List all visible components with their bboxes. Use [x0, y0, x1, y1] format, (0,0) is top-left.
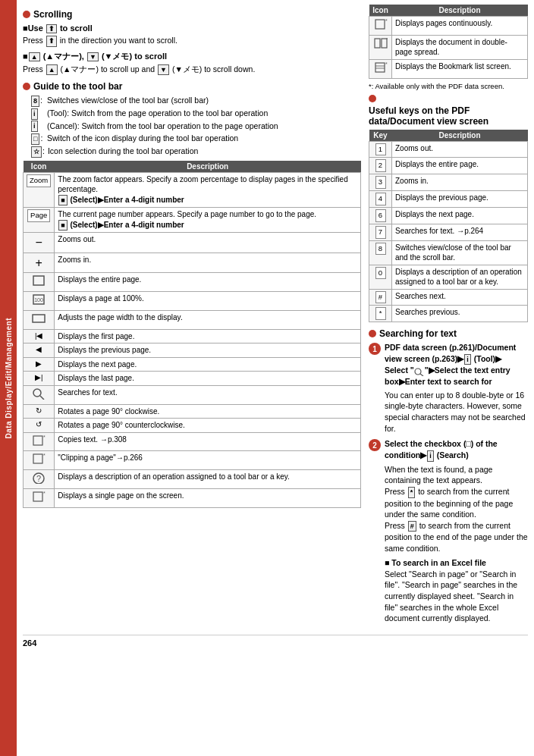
two-column-layout: Scrolling ■Use ⬆ to scroll Press ⬆ in th… [23, 5, 528, 629]
sidebar-label: Data Display/Edit/Management [5, 318, 13, 439]
table-row: * Displays a single page on the screen. [24, 489, 361, 508]
svg-text:*: * [386, 37, 388, 42]
svg-text:?: ? [36, 474, 41, 483]
key-table: Key Description 1 Zooms out. 2 Displays … [369, 130, 528, 323]
sidebar-tab: Data Display/Edit/Management [0, 0, 17, 756]
scroll-sub1-text: Press ⬆ in the direction you want to scr… [23, 35, 361, 47]
table-row: 100 Displays a page at 100%. [24, 292, 361, 311]
bullet-icon [23, 11, 30, 18]
table-row: 4 Displays the previous page. [369, 191, 528, 208]
svg-rect-6 [33, 436, 42, 445]
scroll-sub1: ■Use ⬆ to scroll [23, 24, 361, 33]
search-heading: Searching for text [369, 328, 528, 339]
step-2-number: 2 [369, 439, 381, 451]
table-row: * Displays pages continuously. [369, 17, 528, 36]
table-row: ? Displays a description of an operation… [24, 470, 361, 489]
table-row: |◀ Displays the first page. [24, 329, 361, 343]
table-row: * Displays the document in double-page s… [369, 35, 528, 59]
table-row: Zoom The zoom factor appears. Specify a … [24, 172, 361, 207]
svg-text:*: * [385, 18, 388, 24]
table-row: 2 Displays the entire page. [369, 158, 528, 174]
svg-rect-0 [33, 276, 44, 285]
step-1-title: PDF data screen (p.261)/Document view sc… [385, 342, 528, 387]
table-row: * Copies text. →p.308 [24, 432, 361, 451]
step-1: 1 PDF data screen (p.261)/Document view … [369, 342, 528, 434]
table-row: 3 Zooms in. [369, 174, 528, 191]
table-row: − Zooms out. [24, 233, 361, 253]
table-row: * Searches previous. [369, 306, 528, 322]
useful-keys-heading: Useful keys on the PDF data/Document vie… [369, 95, 528, 127]
svg-text:*: * [43, 491, 46, 496]
svg-rect-19 [375, 63, 385, 72]
bullet-icon4 [369, 330, 376, 337]
table-row: ▶| Displays the last page. [24, 372, 361, 386]
table-row: 6 Displays the next page. [369, 207, 528, 224]
step-2-title: Select the checkbox (□) of the condition… [385, 438, 528, 461]
step-1-number: 1 [369, 343, 381, 355]
table-row: * Displays the Bookmark list screen. [369, 59, 528, 78]
table-row: Searches for text. [24, 385, 361, 404]
svg-line-24 [420, 374, 423, 376]
guide-item: ☆: Icon selection during the tool bar op… [30, 146, 361, 158]
scroll-sub2: ■▲ (▲マナー), ▼ (▼メモ) to scroll [23, 51, 361, 62]
page-number-bar: 264 [23, 635, 528, 648]
svg-text:100: 100 [34, 297, 43, 303]
svg-point-23 [415, 369, 421, 375]
bullet-icon2 [23, 83, 30, 90]
bullet-icon3 [369, 95, 376, 102]
table-row: ▶ Displays the next page. [24, 357, 361, 372]
desc-col-header: Description [392, 5, 528, 17]
svg-text:*: * [385, 61, 388, 67]
svg-line-5 [40, 396, 44, 400]
step-2-sub: ■ To search in an Excel file Select "Sea… [385, 557, 528, 624]
svg-rect-3 [33, 315, 45, 322]
svg-rect-8 [33, 454, 42, 463]
footnote: *: Available only with the PDF data scre… [369, 82, 528, 90]
scroll-sub2-text: Press ▲ (▲マナー) to scroll up and ▼ (▼メモ) … [23, 64, 361, 76]
table-row: Displays the entire page. [24, 273, 361, 292]
guide-item: 8: Switches view/close of the tool bar (… [30, 95, 361, 107]
svg-text:*: * [43, 434, 46, 440]
svg-text:*: * [43, 453, 46, 458]
table-row: # Searches next. [369, 289, 528, 306]
step-1-body: You can enter up to 8 double-byte or 16 … [385, 390, 528, 434]
svg-point-4 [33, 389, 41, 397]
svg-rect-16 [375, 39, 380, 48]
table-row: * "Clipping a page"→p.266 [24, 451, 361, 470]
svg-rect-14 [375, 20, 385, 29]
icon-col-header: Icon [24, 161, 55, 173]
key-col-header: Key [369, 130, 392, 142]
table-row: ↺ Rotates a page 90° counterclockwise. [24, 419, 361, 433]
icon-table-right: Icon Description * Displays pages contin… [369, 5, 528, 79]
svg-rect-12 [33, 492, 42, 501]
step-2-content: Select the checkbox (□) of the condition… [385, 438, 528, 623]
step-2: 2 Select the checkbox (□) of the conditi… [369, 438, 528, 623]
table-row: 7 Searches for text. →p.264 [369, 224, 528, 240]
step-2-body: When the text is found, a page containin… [385, 464, 528, 554]
icon-col-header: Icon [369, 5, 392, 17]
guide-item: i (Cancel): Switch from the tool bar ope… [30, 121, 361, 133]
table-row: + Zooms in. [24, 253, 361, 273]
guide-list: 8: Switches view/close of the tool bar (… [30, 95, 361, 158]
main-content: Scrolling ■Use ⬆ to scroll Press ⬆ in th… [17, 0, 534, 756]
guide-item: i (Tool): Switch from the page operation… [30, 108, 361, 120]
page-number: 264 [23, 638, 36, 648]
table-row: Adjusts the page width to the display. [24, 310, 361, 329]
table-row: ↻ Rotates a page 90° clockwise. [24, 404, 361, 419]
icon-table: Icon Description Zoom The zoom factor ap… [23, 161, 361, 508]
desc-col-header: Description [392, 130, 528, 142]
guide-item: □: Switch of the icon display during the… [30, 133, 361, 145]
desc-col-header: Description [55, 161, 361, 173]
table-row: Page The current page number appears. Sp… [24, 208, 361, 233]
right-column: Icon Description * Displays pages contin… [369, 5, 528, 629]
step-1-content: PDF data screen (p.261)/Document view sc… [385, 342, 528, 434]
table-row: ◀ Displays the previous page. [24, 343, 361, 358]
scrolling-heading: Scrolling [23, 9, 361, 20]
guide-heading: Guide to the tool bar [23, 81, 361, 92]
table-row: 1 Zooms out. [369, 141, 528, 158]
table-row: 8 Switches view/close of the tool bar an… [369, 240, 528, 265]
left-column: Scrolling ■Use ⬆ to scroll Press ⬆ in th… [23, 5, 361, 629]
table-row: 0 Displays a description of an operation… [369, 265, 528, 289]
